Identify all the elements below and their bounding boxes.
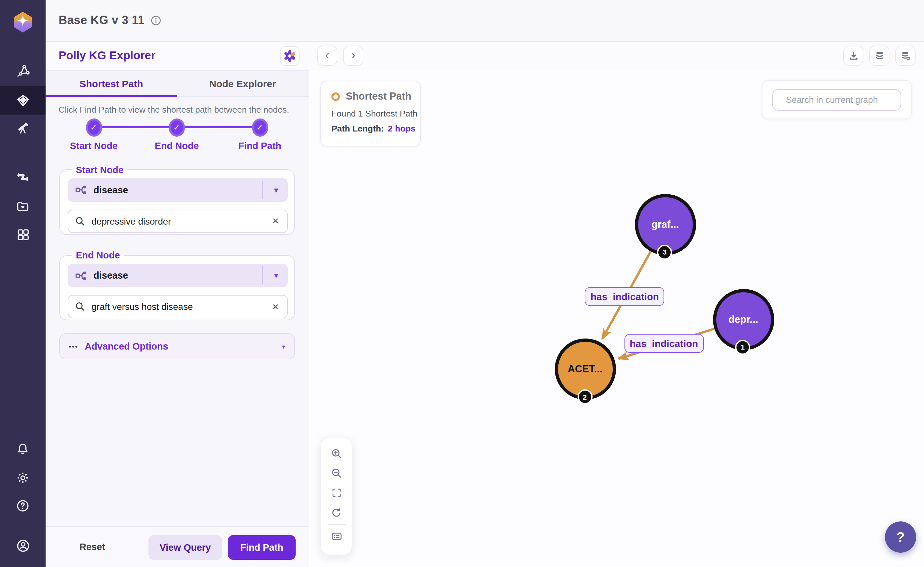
- brand-hexagon-icon: [11, 10, 34, 34]
- kg-explorer-panel: Polly KG Explorer Shortest Path: [46, 41, 309, 567]
- polly-assistant-button[interactable]: [280, 46, 299, 65]
- caret-down-icon: ▼: [273, 186, 280, 194]
- more-options-icon: •••: [69, 342, 78, 350]
- sidebar-item-apps[interactable]: [0, 220, 46, 249]
- zoom-in-button[interactable]: [327, 444, 346, 464]
- help-circle-icon: [16, 499, 30, 513]
- caret-down-icon: ▾: [282, 343, 285, 350]
- tab-node-explorer[interactable]: Node Explorer: [177, 70, 309, 96]
- pinwheel-icon: [283, 49, 296, 62]
- kg-explorer-diamond-icon: [15, 93, 30, 108]
- stepper-line: [177, 126, 260, 128]
- stepper-check-find: ✓: [252, 118, 268, 136]
- user-circle-icon: [15, 538, 30, 553]
- network-graph-icon: [16, 64, 30, 78]
- stepper-line: [94, 126, 177, 128]
- node-label: depr...: [728, 314, 758, 325]
- edge-label[interactable]: has_indication: [624, 334, 704, 352]
- stepper-label-find: Find Path: [227, 140, 292, 151]
- panel-footer: Reset View Query Find Path: [46, 526, 308, 567]
- start-node-box: Start Node disease ▼ ✕: [59, 164, 295, 235]
- node-label: ACET...: [568, 363, 603, 375]
- node-badge: 1: [735, 339, 750, 354]
- clear-icon[interactable]: ✕: [272, 302, 279, 312]
- brand-logo: [11, 10, 34, 34]
- question-mark-icon: ?: [896, 529, 905, 545]
- check-icon: ✓: [256, 122, 263, 132]
- legend-panel-icon: [330, 531, 342, 542]
- start-node-legend: Start Node: [71, 164, 128, 175]
- sidebar-item-settings[interactable]: [0, 464, 46, 492]
- start-node-search-field: ✕: [68, 209, 288, 233]
- search-icon: [75, 216, 85, 226]
- telescope-icon: [16, 120, 30, 135]
- sidebar-item-account[interactable]: [0, 531, 46, 560]
- sidebar-item-pipeline[interactable]: [0, 163, 46, 191]
- tab-shortest-path[interactable]: Shortest Path: [46, 70, 177, 96]
- sidebar-item-kg-explorer[interactable]: [0, 86, 46, 115]
- clear-icon[interactable]: ✕: [272, 216, 279, 226]
- node-label: graf...: [651, 218, 679, 230]
- zoom-in-icon: [330, 448, 342, 460]
- reset-view-button[interactable]: [327, 502, 346, 522]
- stepper-label-end: End Node: [144, 140, 209, 151]
- refresh-icon: [331, 507, 342, 518]
- helper-text: Click Find Path to view the shortest pat…: [58, 105, 300, 114]
- graph-zoom-toolbar: [320, 437, 352, 555]
- advanced-options-label: Advanced Options: [85, 341, 282, 351]
- kg-version-title: Base KG v 3 11: [58, 14, 144, 27]
- node-type-icon: [75, 184, 87, 196]
- end-node-type-value: disease: [93, 270, 128, 280]
- panel-header: Polly KG Explorer: [46, 41, 308, 70]
- stepper-check-end: ✓: [169, 118, 185, 136]
- end-node-type-select[interactable]: disease ▼: [68, 264, 288, 287]
- end-node-search-field: ✕: [68, 295, 288, 318]
- panel-title: Polly KG Explorer: [58, 49, 156, 63]
- check-icon: ✓: [90, 122, 98, 132]
- fit-view-button[interactable]: [327, 483, 346, 502]
- sidebar: [0, 0, 46, 567]
- sidebar-item-notifications[interactable]: [0, 435, 46, 464]
- toolbar-divider: [327, 524, 345, 525]
- end-node-box: End Node disease ▼ ✕: [59, 250, 295, 320]
- zoom-out-button[interactable]: [327, 464, 346, 483]
- sidebar-item-telescope[interactable]: [0, 113, 46, 142]
- sidebar-item-favorites[interactable]: [0, 192, 46, 220]
- check-icon: ✓: [173, 122, 180, 132]
- top-bar: Base KG v 3 11: [46, 0, 924, 41]
- view-query-button[interactable]: View Query: [148, 535, 222, 560]
- end-node-legend: End Node: [71, 250, 124, 260]
- node-badge: 3: [657, 244, 672, 260]
- sidebar-item-network[interactable]: [0, 57, 46, 85]
- select-divider: [262, 181, 263, 199]
- search-icon: [75, 302, 85, 312]
- stepper-label-start: Start Node: [61, 140, 126, 151]
- advanced-options-toggle[interactable]: ••• Advanced Options ▾: [59, 333, 295, 359]
- find-path-button[interactable]: Find Path: [228, 535, 296, 560]
- active-tab-underline: [46, 95, 177, 97]
- end-node-search-input[interactable]: [90, 301, 272, 312]
- caret-down-icon: ▼: [273, 272, 280, 279]
- start-node-search-input[interactable]: [90, 215, 272, 227]
- reset-button[interactable]: Reset: [75, 541, 109, 553]
- zoom-out-icon: [330, 467, 342, 479]
- start-node-type-select[interactable]: disease ▼: [68, 178, 288, 201]
- bell-icon: [16, 442, 30, 456]
- folder-heart-icon: [16, 199, 30, 213]
- apps-grid-icon: [16, 228, 30, 241]
- fit-view-icon: [331, 488, 342, 498]
- legend-button[interactable]: [327, 526, 346, 546]
- sidebar-item-help[interactable]: [0, 492, 46, 520]
- panel-tabs: Shortest Path Node Explorer: [46, 70, 308, 97]
- select-divider: [262, 266, 263, 285]
- start-node-type-value: disease: [93, 184, 128, 195]
- pipeline-icon: [16, 170, 30, 184]
- stepper-check-start: ✓: [86, 118, 102, 136]
- edge-label[interactable]: has_indication: [585, 287, 664, 306]
- node-type-icon: [75, 269, 87, 282]
- node-badge: 2: [577, 389, 592, 404]
- kg-info-button[interactable]: [150, 15, 162, 26]
- gear-icon: [16, 471, 30, 485]
- info-icon: [150, 15, 162, 26]
- help-fab-button[interactable]: ?: [885, 521, 916, 553]
